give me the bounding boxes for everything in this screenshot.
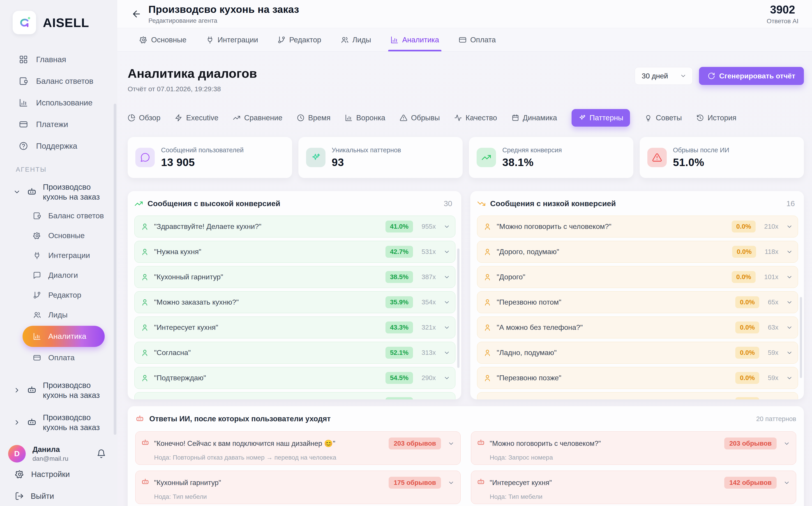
pattern-row[interactable]: "Нужна кухня" 42.7% 531x xyxy=(134,241,455,263)
subtab-dropoffs[interactable]: Обрывы xyxy=(400,113,440,122)
sub-item-label: Редактор xyxy=(48,290,81,300)
subtab-patterns[interactable]: Паттерны xyxy=(571,109,630,126)
pattern-row[interactable]: "Кухонный гарнитур" 38.5% 387x xyxy=(134,266,455,288)
stat-card-conversion: Средняя конверсия 38.1% xyxy=(469,137,633,178)
sidebar-item-balance[interactable]: Баланс ответов xyxy=(0,70,117,92)
agent-toggle-2[interactable]: Производсво кухонь на заказ xyxy=(0,380,117,400)
agent-sub-payment[interactable]: Оплата xyxy=(0,348,117,368)
churn-rows: "Конечно! Сейчас к вам подключится наш д… xyxy=(135,431,796,506)
tab-payment[interactable]: Оплата xyxy=(459,28,496,51)
user-icon xyxy=(140,348,149,357)
agent-sub-editor[interactable]: Редактор xyxy=(0,285,117,305)
pattern-text: "Можно заказать кухню?" xyxy=(154,298,239,307)
calendar-icon xyxy=(512,114,519,122)
bell-icon[interactable] xyxy=(96,449,106,458)
period-select[interactable]: 30 дней xyxy=(635,67,693,85)
subtab-funnel[interactable]: Воронка xyxy=(345,113,385,122)
pattern-text: "Интересует кухня" xyxy=(154,323,218,332)
pattern-row[interactable]: "Да, согласен" 47.6% 200x xyxy=(134,392,455,400)
plug-icon xyxy=(206,36,214,44)
pattern-row[interactable]: "Интересует кухня" 43.3% 321x xyxy=(134,317,455,338)
pattern-rows: "Здравствуйте! Делаете кухни?" 41.0% 955… xyxy=(134,216,455,400)
sidebar-item-logout[interactable]: Выйти xyxy=(0,486,117,506)
pattern-row[interactable]: "Можно заказать кухню?" 35.9% 354x xyxy=(134,291,455,313)
user-icon xyxy=(483,298,492,307)
agent-toggle-active[interactable]: Производсво кухонь на заказ xyxy=(0,182,117,202)
agent-sub-dialogs[interactable]: Диалоги xyxy=(0,265,117,285)
subtab-tips[interactable]: Советы xyxy=(645,113,682,122)
sidebar-item-support[interactable]: Поддержка xyxy=(0,135,117,157)
panel-title: Ответы ИИ, после которых пользователи ух… xyxy=(149,415,331,423)
sidebar-item-settings[interactable]: Настройки xyxy=(0,464,117,484)
pattern-row[interactable]: "Согласна" 52.1% 313x xyxy=(134,342,455,364)
user-name: Данила xyxy=(32,445,68,454)
churn-row[interactable]: "Конечно! Сейчас к вам подключится наш д… xyxy=(135,431,461,465)
churn-row[interactable]: "Кухонный гарнитур" 175 обрывов Нода: Ти… xyxy=(135,471,461,504)
chevron-down-icon xyxy=(444,349,450,356)
tab-analytics[interactable]: Аналитика xyxy=(391,28,439,51)
sidebar-scrollbar[interactable] xyxy=(114,104,116,435)
pattern-row[interactable]: "Ладно, подумаю" 0.0% 59x xyxy=(477,342,798,364)
subtab-history[interactable]: История xyxy=(696,113,736,122)
agent-sub-balance[interactable]: Баланс ответов xyxy=(0,206,117,226)
agent-toggle-3[interactable]: Производсво кухонь на заказ xyxy=(0,413,117,432)
tab-editor[interactable]: Редактор xyxy=(277,28,321,51)
panel-scrollbar[interactable] xyxy=(457,249,460,368)
grid-icon xyxy=(19,55,28,64)
agent-sub-analytics[interactable]: Аналитика xyxy=(22,326,105,347)
pattern-text: "Ладно, подумаю" xyxy=(497,348,557,357)
trending-up-icon xyxy=(134,199,143,208)
low-conversion-panel: Сообщения с низкой конверсией 16 "Можно … xyxy=(470,191,804,400)
subtab-comparison[interactable]: Сравнение xyxy=(233,113,282,122)
analytics-subtabs: Обзор Executive Сравнение Время Воронка xyxy=(128,109,804,126)
logout-label: Выйти xyxy=(31,492,54,501)
generate-report-button[interactable]: Сгенерировать отчёт xyxy=(699,67,804,85)
agent-submenu: Баланс ответов Основные Интеграции Диало… xyxy=(0,206,117,368)
tab-integrations[interactable]: Интеграции xyxy=(206,28,258,51)
chevron-down-icon xyxy=(444,223,450,230)
user-menu[interactable]: D Данила dan@mail.ru xyxy=(0,445,117,462)
logo-row: AISELL xyxy=(0,11,117,34)
subtab-label: Обзор xyxy=(139,113,160,122)
pattern-row[interactable]: "Можно поговорить с человеком?" 0.0% 210… xyxy=(477,216,798,238)
pattern-row[interactable]: "Подтверждаю" 54.5% 290x xyxy=(134,367,455,389)
occurrence-count: 321x xyxy=(421,324,436,331)
churn-row[interactable]: "Можно поговорить с человеком?" 203 обры… xyxy=(471,431,796,465)
aisell-logo[interactable] xyxy=(13,11,36,34)
tab-leads[interactable]: Лиды xyxy=(341,28,371,51)
pattern-row[interactable]: "А можно без телефона?" 0.0% 63x xyxy=(477,317,798,338)
agent-sub-leads[interactable]: Лиды xyxy=(0,305,117,325)
sidebar-item-home[interactable]: Главная xyxy=(0,49,117,70)
back-button[interactable] xyxy=(129,6,144,22)
pattern-row[interactable]: "Дорого" 0.0% 101x xyxy=(477,266,798,288)
trending-down-icon xyxy=(477,199,486,208)
chevron-down-icon xyxy=(444,274,450,280)
sidebar-item-payments[interactable]: Платежи xyxy=(0,113,117,135)
subtab-executive[interactable]: Executive xyxy=(175,113,218,122)
subtab-time[interactable]: Время xyxy=(297,113,330,122)
tab-main[interactable]: Основные xyxy=(139,28,187,51)
churn-row[interactable]: "Интересует кухня" 142 обрывов Нода: Тип… xyxy=(471,471,796,504)
subtab-quality[interactable]: Качество xyxy=(454,113,497,122)
robot-icon xyxy=(26,417,37,428)
pattern-row[interactable]: "Перезвоню позже" 0.0% 59x xyxy=(477,367,798,389)
stat-label: Обрывы после ИИ xyxy=(673,147,730,154)
pattern-row[interactable]: "Здравствуйте! Делаете кухни?" 41.0% 955… xyxy=(134,216,455,238)
agent-sub-integrations[interactable]: Интеграции xyxy=(0,246,117,265)
agent-sub-settings[interactable]: Основные xyxy=(0,226,117,246)
pattern-row[interactable]: "Дорого, подумаю" 0.0% 118x xyxy=(477,241,798,263)
tab-label: Основные xyxy=(151,35,187,44)
panel-scrollbar[interactable] xyxy=(800,297,802,378)
subtab-dynamics[interactable]: Динамика xyxy=(512,113,557,122)
chevron-down-icon xyxy=(786,249,793,255)
main-area: Производсво кухонь на заказ Редактирован… xyxy=(117,0,812,506)
sidebar-item-usage[interactable]: Использование xyxy=(0,92,117,113)
sub-item-label: Баланс ответов xyxy=(48,211,104,220)
panel-title: Сообщения с низкой конверсией xyxy=(490,199,616,208)
tab-label: Оплата xyxy=(470,35,496,44)
pattern-row[interactable]: "Не хочу давать телефон" 0.0% 55x xyxy=(477,392,798,400)
stat-card-dropoffs: Обрывы после ИИ 51.0% xyxy=(640,137,804,178)
subtab-overview[interactable]: Обзор xyxy=(128,113,160,122)
pattern-row[interactable]: "Перезвоню потом" 0.0% 65x xyxy=(477,291,798,313)
responses-label: Ответов AI xyxy=(767,18,799,25)
